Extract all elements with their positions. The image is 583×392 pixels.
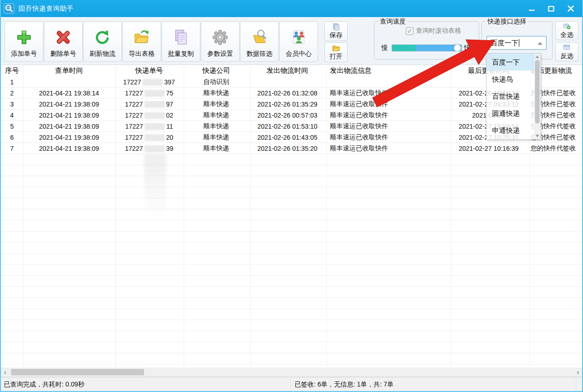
cell-company: 顺丰快递 bbox=[183, 132, 250, 143]
cell-query-time bbox=[23, 77, 115, 88]
add-tracking-button[interactable]: 添加单号 bbox=[5, 21, 43, 62]
button-label: 添加单号 bbox=[11, 50, 37, 58]
button-label: 删除单号 bbox=[50, 50, 76, 58]
slider-slow-label: 慢 bbox=[381, 44, 388, 52]
cell-dispatch-time: 2021-02-26 01:32:08 bbox=[249, 88, 325, 99]
api-combobox-value: 百度一下 bbox=[491, 39, 518, 48]
tracking-prefix: 17227 bbox=[125, 101, 143, 108]
query-speed-group: 查询速度 ✓ 查询时滚动表格 慢 快 bbox=[374, 21, 479, 59]
scroll-left-icon[interactable]: ‹ bbox=[1, 368, 9, 377]
header-query-time[interactable]: 查单时间 bbox=[23, 65, 115, 77]
group-title: 快递接口选择 bbox=[486, 18, 528, 26]
export-table-button[interactable]: 导出表格 bbox=[122, 21, 161, 62]
scroll-down-icon[interactable] bbox=[535, 135, 539, 137]
scroll-right-icon[interactable]: › bbox=[574, 368, 582, 377]
cell-dispatch-time: 2021-02-26 01:53:10 bbox=[249, 121, 325, 132]
speed-slider[interactable] bbox=[391, 44, 462, 52]
cell-company: 顺丰快递 bbox=[183, 121, 250, 132]
header-no[interactable]: 序号 bbox=[1, 65, 23, 77]
header-dispatch-info[interactable]: 发出物流信息 bbox=[325, 65, 450, 77]
header-tracking-no[interactable]: 快递单号 bbox=[115, 65, 183, 77]
tracking-prefix: 17227 bbox=[125, 145, 143, 152]
cell-dispatch-time bbox=[249, 77, 325, 88]
button-label: 数据筛选 bbox=[246, 50, 272, 58]
button-label: 保存 bbox=[330, 31, 343, 40]
members-icon bbox=[290, 29, 307, 46]
cell-dispatch-info: 顺丰速运已收取快件 bbox=[325, 121, 450, 132]
cell-dispatch-info: 顺丰速运已收取快件 bbox=[325, 143, 450, 154]
cell-dispatch-time: 2021-02-26 01:43:05 bbox=[249, 132, 325, 143]
button-label: 会员中心 bbox=[286, 50, 312, 58]
cell-company: 顺丰快递 bbox=[183, 99, 250, 110]
tracking-prefix: 17227 bbox=[125, 89, 143, 97]
member-center-button[interactable]: 会员中心 bbox=[279, 21, 318, 62]
cell-company: 自动识别 bbox=[183, 77, 250, 88]
invert-select-icon bbox=[563, 43, 571, 52]
invert-selection-button[interactable]: 反选 bbox=[555, 42, 578, 61]
scroll-table-checkbox[interactable]: ✓ 查询时滚动表格 bbox=[406, 27, 461, 35]
dropdown-scrollbar-thumb[interactable] bbox=[535, 60, 540, 124]
cell-dispatch-info: 顺丰速运已收取快件 bbox=[325, 132, 450, 143]
privacy-mask bbox=[144, 123, 165, 130]
save-button[interactable]: 保存 bbox=[325, 21, 348, 41]
close-button[interactable] bbox=[563, 2, 578, 15]
titlebar: 固乔快递查询助手 bbox=[0, 0, 583, 17]
slider-fast-label: 快 bbox=[464, 44, 470, 52]
cell-query-time: 2021-04-21 19:38:09 bbox=[23, 121, 115, 132]
cell-no: 7 bbox=[1, 143, 23, 154]
status-left-text: 已查询完成，共耗时: 0.09秒 bbox=[4, 377, 84, 391]
dropdown-item[interactable]: 快递鸟 bbox=[487, 71, 541, 88]
scroll-up-icon[interactable] bbox=[535, 55, 539, 58]
cell-no: 3 bbox=[1, 99, 23, 110]
cell-tracking-no: 17227397 bbox=[115, 77, 183, 88]
tracking-suffix: 97 bbox=[166, 101, 174, 108]
table-row[interactable]: 7 2021-04-21 19:38:09 1722739 顺丰快递 2021-… bbox=[1, 143, 582, 154]
maximize-button[interactable] bbox=[543, 2, 559, 15]
minimize-button[interactable] bbox=[524, 2, 540, 15]
settings-button[interactable]: 参数设置 bbox=[201, 21, 240, 62]
window-title: 固乔快递查询助手 bbox=[18, 5, 74, 13]
dropdown-item[interactable]: 百世快递 bbox=[487, 88, 541, 105]
horizontal-scrollbar[interactable]: ‹ › bbox=[1, 368, 582, 377]
cell-tracking-no: 1722711 bbox=[115, 121, 183, 132]
header-dispatch-time[interactable]: 发出物流时间 bbox=[249, 65, 325, 77]
dropdown-item[interactable]: 圆通快递 bbox=[487, 105, 541, 122]
delete-icon bbox=[54, 29, 72, 46]
export-icon bbox=[133, 29, 150, 46]
cell-tracking-no: 1722720 bbox=[115, 132, 183, 143]
checkbox-check-icon: ✓ bbox=[406, 27, 414, 35]
header-company[interactable]: 快递公司 bbox=[183, 65, 250, 77]
cell-dispatch-time: 2021-02-26 01:35:20 bbox=[249, 143, 325, 154]
cell-no: 6 bbox=[1, 132, 23, 143]
horizontal-scrollbar-thumb[interactable] bbox=[11, 369, 144, 375]
button-label: 打开 bbox=[330, 53, 343, 61]
select-all-button[interactable]: 全选 bbox=[555, 21, 578, 40]
combo-up-arrow-icon[interactable] bbox=[538, 42, 542, 45]
dropdown-scrollbar[interactable] bbox=[535, 54, 540, 139]
button-label: 批量复制 bbox=[168, 50, 194, 58]
open-button[interactable]: 打开 bbox=[325, 42, 348, 62]
cell-query-time: 2021-04-21 19:38:09 bbox=[23, 110, 115, 121]
refresh-logistics-button[interactable]: 刷新物流 bbox=[83, 21, 122, 62]
privacy-mask bbox=[144, 145, 165, 152]
tracking-suffix: 11 bbox=[166, 123, 173, 130]
tracking-suffix: 39 bbox=[166, 145, 174, 152]
data-filter-button[interactable]: 数据筛选 bbox=[240, 21, 279, 62]
delete-tracking-button[interactable]: 删除单号 bbox=[44, 21, 83, 62]
batch-copy-button[interactable]: 批量复制 bbox=[162, 21, 200, 62]
cell-query-time: 2021-04-21 19:38:09 bbox=[23, 99, 115, 110]
dropdown-item[interactable]: 申通快递 bbox=[487, 122, 541, 139]
api-combobox[interactable]: 百度一下 bbox=[487, 36, 547, 50]
tracking-prefix: 17227 bbox=[125, 112, 143, 119]
blur-mask-artifact bbox=[144, 154, 166, 219]
cell-no: 4 bbox=[1, 110, 23, 121]
group-title: 查询速度 bbox=[378, 18, 408, 26]
add-icon bbox=[15, 29, 33, 46]
tracking-prefix: 17227 bbox=[125, 134, 143, 141]
cell-dispatch-time: 2021-02-26 01:35:29 bbox=[249, 99, 325, 110]
cell-dispatch-time: 2021-02-26 00:57:03 bbox=[249, 110, 325, 121]
speed-slider-thumb[interactable] bbox=[454, 44, 461, 52]
cell-no: 1 bbox=[1, 77, 23, 88]
cell-update-time: 2021-02-27 10:16:39 bbox=[450, 143, 528, 154]
dropdown-item[interactable]: 百度一下 bbox=[487, 53, 541, 71]
